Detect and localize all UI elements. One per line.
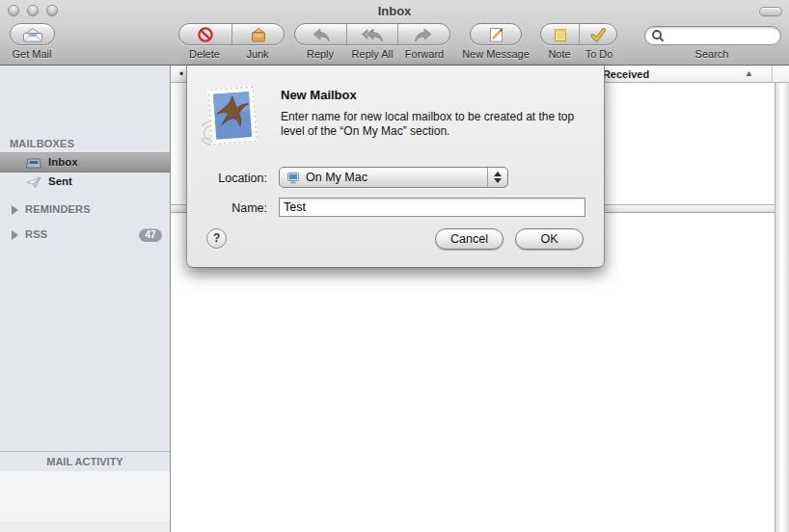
location-popup-value: On My Mac — [306, 171, 487, 184]
sidebar-item-label: Inbox — [48, 156, 78, 168]
reply-group — [294, 23, 450, 45]
forward-label: Forward — [405, 48, 444, 60]
mail-activity-pane-lower — [0, 521, 170, 532]
inbox-icon — [26, 157, 41, 170]
sort-ascending-icon: ▲ — [745, 68, 753, 78]
forward-arrow-icon — [413, 27, 434, 42]
search-icon — [651, 29, 665, 42]
sidebar-section-rss[interactable]: RSS — [25, 228, 47, 240]
search-field[interactable] — [644, 26, 781, 45]
junk-bag-icon — [250, 26, 267, 42]
popup-stepper-icon — [487, 168, 507, 187]
search-label: Search — [695, 48, 729, 60]
toolbar-toggle-button[interactable] — [759, 7, 782, 16]
search-input[interactable] — [665, 30, 771, 41]
dialog-message: Enter name for new local mailbox to be c… — [281, 110, 591, 139]
rss-disclosure-triangle[interactable] — [12, 230, 18, 240]
note-todo-group — [540, 23, 617, 45]
delete-junk-group — [178, 23, 285, 45]
name-label: Name: — [190, 201, 267, 215]
todo-button[interactable] — [579, 24, 616, 44]
mail-activity-header: MAIL ACTIVITY — [0, 456, 170, 467]
get-mail-button[interactable] — [10, 23, 55, 45]
status-column-header[interactable]: • — [179, 67, 183, 81]
reply-all-button[interactable] — [346, 24, 397, 44]
new-mailbox-dialog: New Mailbox Enter name for new local mai… — [186, 66, 605, 268]
junk-label: Junk — [246, 48, 268, 60]
checkmark-icon — [589, 27, 607, 42]
computer-icon — [286, 172, 300, 184]
help-button[interactable]: ? — [206, 228, 227, 249]
note-button[interactable] — [541, 24, 579, 44]
compose-icon — [487, 26, 505, 43]
rss-unread-badge: 47 — [139, 228, 162, 242]
envelope-icon — [21, 27, 44, 42]
mailbox-name-input[interactable] — [279, 198, 585, 217]
mail-stamp-icon — [202, 83, 261, 150]
prohibition-icon — [197, 26, 214, 43]
new-message-button[interactable] — [470, 23, 522, 45]
mail-activity-pane — [0, 471, 170, 521]
mailboxes-section-header: MAILBOXES — [10, 138, 74, 149]
delete-button[interactable] — [179, 24, 231, 44]
forward-button[interactable] — [397, 24, 449, 44]
reply-all-arrow-icon — [361, 27, 384, 42]
window-title: Inbox — [0, 4, 789, 18]
sidebar-section-reminders[interactable]: REMINDERS — [25, 203, 91, 215]
vertical-scrollbar[interactable] — [775, 83, 789, 532]
mail-window: Inbox Get Mail — [0, 0, 789, 532]
title-and-toolbar: Inbox Get Mail — [0, 0, 789, 66]
ok-button[interactable]: OK — [515, 228, 584, 250]
new-message-label: New Message — [462, 48, 530, 60]
reply-button[interactable] — [295, 24, 346, 44]
location-label: Location: — [190, 172, 267, 185]
get-mail-label: Get Mail — [13, 48, 52, 60]
reply-arrow-icon — [311, 27, 332, 42]
delete-label: Delete — [189, 48, 220, 60]
cancel-button[interactable]: Cancel — [435, 228, 503, 250]
mailbox-sidebar: MAILBOXES Inbox Sent REMINDERS RSS 47 MA… — [0, 66, 170, 532]
sidebar-item-inbox[interactable]: Inbox — [0, 152, 170, 173]
reply-all-label: Reply All — [352, 48, 394, 60]
note-label: Note — [548, 48, 570, 60]
sidebar-item-sent[interactable]: Sent — [0, 173, 170, 192]
paper-plane-icon — [26, 176, 41, 189]
sidebar-item-label: Sent — [48, 175, 72, 187]
reply-label: Reply — [307, 48, 334, 60]
location-popup-button[interactable]: On My Mac — [279, 167, 508, 188]
column-separator[interactable] — [772, 66, 773, 83]
dialog-title: New Mailbox — [281, 88, 357, 102]
activity-divider — [0, 451, 170, 452]
junk-button[interactable] — [231, 24, 284, 44]
sticky-note-icon — [553, 27, 568, 42]
todo-label: To Do — [585, 48, 613, 60]
reminders-disclosure-triangle[interactable] — [12, 205, 18, 215]
